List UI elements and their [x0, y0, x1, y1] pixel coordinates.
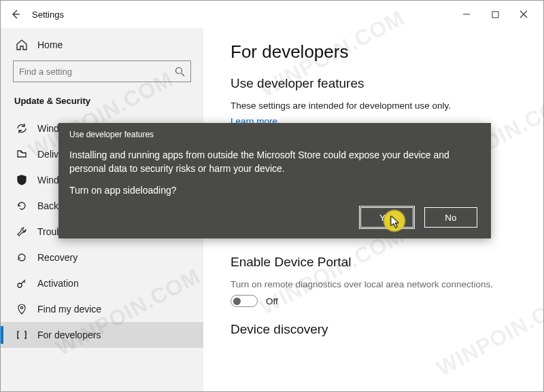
sidebar-item-for-developers[interactable]: For developers — [1, 322, 203, 348]
section-title-enable-device-portal: Enable Device Portal — [231, 255, 523, 270]
sidebar-item-find-my-device[interactable]: Find my device — [1, 296, 203, 322]
svg-rect-0 — [492, 12, 498, 18]
maximize-button[interactable] — [481, 5, 509, 24]
shield-icon — [16, 174, 28, 186]
sidebar-home[interactable]: Home — [1, 33, 203, 60]
dialog-body: Installing and running apps from outside… — [69, 149, 477, 175]
sidebar-item-label: Recovery — [37, 252, 78, 263]
svg-point-1 — [176, 67, 182, 73]
close-button[interactable] — [509, 5, 538, 24]
section-title-use-developer-features: Use developer features — [231, 76, 523, 91]
back-button[interactable] — [6, 5, 25, 24]
location-icon — [16, 303, 28, 315]
search-icon — [175, 67, 185, 77]
dialog-question: Turn on app sideloading? — [69, 185, 477, 196]
toggle-knob — [233, 298, 241, 305]
maximize-icon — [492, 11, 499, 18]
sidebar-item-activation[interactable]: Activation — [1, 270, 203, 296]
toggle-state-label: Off — [266, 296, 278, 306]
minimize-button[interactable] — [452, 5, 481, 24]
sidebar-item-recovery[interactable]: Recovery — [1, 245, 203, 270]
wrench-icon — [16, 226, 28, 238]
svg-point-3 — [20, 306, 22, 308]
arrow-left-icon — [10, 9, 21, 20]
backup-icon — [16, 200, 28, 212]
code-icon — [16, 329, 28, 341]
close-icon — [520, 10, 528, 18]
search-input[interactable] — [13, 60, 191, 82]
sidebar-item-label: Activation — [37, 278, 79, 289]
sidebar-item-label: For developers — [37, 329, 101, 340]
sidebar-item-label: Find my device — [37, 304, 101, 315]
no-button[interactable]: No — [424, 207, 477, 228]
titlebar: Settings — [1, 1, 543, 28]
section-title-device-discovery: Device discovery — [231, 322, 523, 337]
cursor-icon — [390, 215, 401, 229]
window-title: Settings — [32, 10, 64, 20]
recovery-icon — [16, 251, 28, 264]
delivery-icon — [16, 148, 28, 160]
key-icon — [16, 277, 28, 289]
home-icon — [16, 39, 28, 51]
confirmation-dialog: Use developer features Installing and ru… — [58, 123, 491, 238]
device-portal-description: Turn on remote diagnostics over local ar… — [231, 279, 523, 289]
sidebar-section-label: Update & Security — [1, 92, 203, 115]
dialog-title: Use developer features — [69, 130, 477, 139]
minimize-icon — [462, 10, 471, 18]
page-title: For developers — [231, 41, 523, 63]
window-controls — [452, 5, 538, 24]
settings-window: Settings Home — [0, 0, 544, 392]
search-field[interactable] — [19, 67, 175, 77]
sync-icon — [16, 122, 28, 135]
sidebar-home-label: Home — [37, 39, 63, 50]
section-description: These settings are intended for developm… — [231, 101, 523, 111]
device-portal-toggle[interactable] — [231, 295, 258, 307]
